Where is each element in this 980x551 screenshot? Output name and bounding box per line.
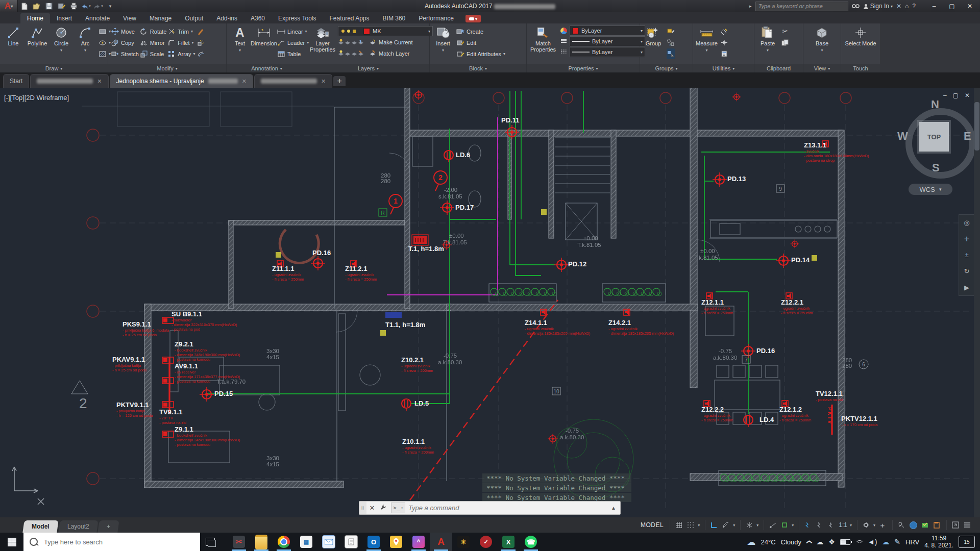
- touch-panel-label[interactable]: Touch: [841, 64, 880, 72]
- table-button[interactable]: Table: [277, 48, 309, 59]
- taskbar-app-microsoft-store[interactable]: ▦: [295, 533, 317, 551]
- draw-panel-label[interactable]: Draw▾: [0, 64, 108, 72]
- redo-button[interactable]: ▾: [92, 1, 104, 11]
- battery-icon[interactable]: [840, 539, 850, 545]
- autodesk-app-store-icon[interactable]: ⌂: [905, 3, 909, 10]
- ribbon-tab-a360[interactable]: A360: [244, 13, 272, 23]
- explode-button[interactable]: [197, 37, 205, 48]
- group-button[interactable]: Group: [643, 25, 664, 46]
- layer-properties-button[interactable]: Layer Properties: [310, 25, 335, 53]
- match-layer-button[interactable]: Match Layer: [338, 48, 433, 59]
- object-snap-tracking-icon[interactable]: [768, 520, 777, 530]
- dropbox-icon[interactable]: ❖: [828, 538, 835, 546]
- annotation-panel-label[interactable]: Annotation▾: [227, 64, 307, 72]
- help-icon[interactable]: ?: [912, 3, 916, 10]
- edit-block-button[interactable]: Edit: [456, 37, 505, 48]
- utilities-panel-label[interactable]: Utilities▾: [693, 64, 754, 72]
- symbol-pd[interactable]: [440, 201, 454, 215]
- layers-panel-label[interactable]: Layers▾: [307, 64, 429, 72]
- trusted-autodesk-icon[interactable]: [920, 520, 929, 530]
- group-edit-button[interactable]: [667, 26, 675, 37]
- taskbar-app-maps-app[interactable]: [385, 533, 407, 551]
- hardware-acceleration-icon[interactable]: [909, 520, 918, 530]
- wcs-dropdown[interactable]: WCS▾: [909, 184, 952, 195]
- language-indicator[interactable]: HRV: [905, 538, 919, 546]
- object-snap-icon[interactable]: [780, 520, 789, 530]
- taskbar-app-autocad[interactable]: A: [430, 533, 452, 551]
- dimension-button[interactable]: Dimension: [253, 25, 275, 46]
- match-properties-button[interactable]: Match Properties: [529, 25, 557, 53]
- annotation-monitor-icon[interactable]: +: [878, 520, 887, 530]
- stretch-button[interactable]: Stretch: [111, 48, 139, 59]
- viewcube-east[interactable]: E: [964, 130, 971, 143]
- plot-button[interactable]: [68, 1, 79, 11]
- model-tab[interactable]: Model: [22, 520, 58, 533]
- color-dropdown[interactable]: ByLayer▾: [570, 26, 645, 36]
- ribbon-tab-annotate[interactable]: Annotate: [79, 13, 116, 23]
- pan-icon[interactable]: ✛: [964, 235, 970, 243]
- grid-display-icon[interactable]: [674, 520, 683, 530]
- clean-screen-icon[interactable]: [951, 520, 960, 530]
- osnap-dropdown[interactable]: ▾: [792, 523, 794, 528]
- connect-button[interactable]: ▾: [465, 15, 481, 22]
- insert-button[interactable]: Insert▾: [432, 25, 454, 54]
- symbol-pd[interactable]: [791, 240, 799, 248]
- leader-button[interactable]: Leader▾: [277, 37, 309, 48]
- text-button[interactable]: A Text▾: [229, 25, 251, 54]
- minimize-button[interactable]: –: [927, 2, 941, 11]
- volume-icon[interactable]: ◄): [868, 538, 877, 546]
- add-layout-button[interactable]: +: [98, 520, 119, 533]
- snap-dropdown[interactable]: ▾: [698, 523, 700, 528]
- drawing-close-icon[interactable]: ✕: [965, 92, 970, 99]
- symbol-redbox[interactable]: [162, 431, 174, 437]
- taskbar-app-pdf-app[interactable]: ✓: [475, 533, 497, 551]
- save-as-button[interactable]: [56, 1, 67, 11]
- notification-center-button[interactable]: 15: [959, 536, 975, 548]
- clock[interactable]: 11:59 4. 8. 2021.: [924, 535, 953, 549]
- viewport-controls[interactable]: [-][Top][2D Wireframe]: [4, 94, 69, 102]
- new-file-button[interactable]: [19, 1, 30, 11]
- quick-calculator-button[interactable]: [720, 48, 728, 59]
- modify-panel-label[interactable]: Modify▾: [108, 64, 226, 72]
- snap-mode-icon[interactable]: [686, 520, 695, 530]
- close-tab-icon[interactable]: ✕: [242, 78, 247, 85]
- symbol-pd[interactable]: [741, 344, 755, 358]
- command-drag-handle[interactable]: ⣿: [359, 502, 366, 514]
- symbol-pd[interactable]: [732, 93, 741, 102]
- layer-dropdown[interactable]: MK ▾: [338, 26, 433, 36]
- model-space-badge[interactable]: MODEL: [635, 521, 669, 529]
- groups-panel-label[interactable]: Groups▾: [640, 64, 693, 72]
- ribbon-tab-featured-apps[interactable]: Featured Apps: [323, 13, 376, 23]
- symbol-num[interactable]: 1: [389, 194, 402, 214]
- symbol-fuse[interactable]: [412, 235, 428, 245]
- close-tab-icon[interactable]: ✕: [97, 78, 102, 85]
- steering-wheel-icon[interactable]: ◎: [964, 219, 969, 227]
- open-file-button[interactable]: [31, 1, 42, 11]
- symbol-pd[interactable]: [776, 254, 791, 268]
- showmotion-icon[interactable]: ▶: [964, 284, 969, 291]
- orbit-icon[interactable]: ↻: [964, 267, 970, 275]
- cut-button[interactable]: ✂: [781, 26, 789, 37]
- mirror-button[interactable]: Mirror: [140, 37, 166, 48]
- copy-clip-button[interactable]: [781, 37, 789, 48]
- weather-cloud-icon[interactable]: ☁: [747, 537, 756, 547]
- polar-tracking-icon[interactable]: [721, 520, 730, 530]
- ribbon-tab-manage[interactable]: Manage: [143, 13, 178, 23]
- drawing-tab-redacted[interactable]: ✕: [30, 74, 108, 88]
- annotation-scale-icon[interactable]: [827, 520, 836, 530]
- rotate-button[interactable]: Rotate: [140, 26, 166, 37]
- clipboard-status-icon[interactable]: [932, 520, 941, 530]
- infocenter-expand-icon[interactable]: ▸: [749, 4, 752, 9]
- search-icon[interactable]: [852, 4, 860, 9]
- symbol-bluebox[interactable]: [385, 312, 402, 318]
- taskbar-app-excel[interactable]: X: [497, 533, 520, 551]
- maximize-button[interactable]: ▢: [945, 2, 959, 11]
- autoscale-icon[interactable]: [815, 520, 824, 530]
- make-current-button[interactable]: Make Current: [338, 37, 433, 47]
- onedrive-icon[interactable]: ☁: [816, 538, 823, 546]
- arc-button[interactable]: Arc▾: [75, 25, 96, 54]
- ungroup-button[interactable]: ±: [667, 37, 675, 48]
- command-line[interactable]: ⣿ ✕ >_▾ ▲: [359, 501, 621, 515]
- clipboard-panel-label[interactable]: Clipboard: [754, 64, 803, 72]
- layout2-tab[interactable]: Layout2: [58, 520, 98, 533]
